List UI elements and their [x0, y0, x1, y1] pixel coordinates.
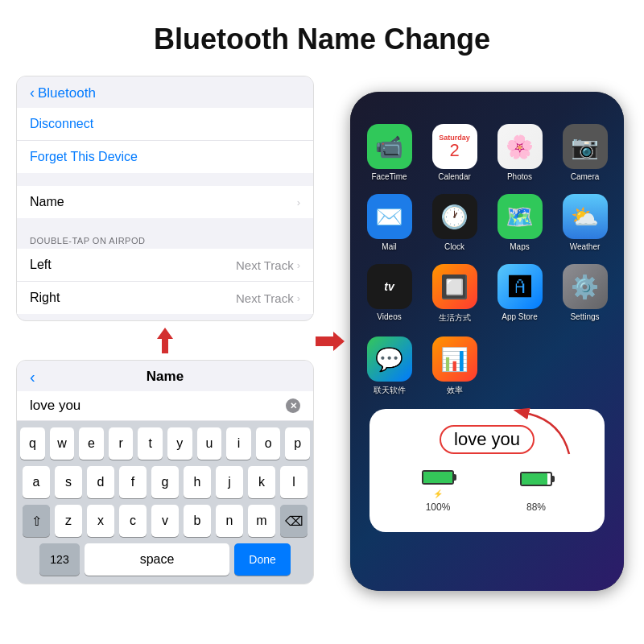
app-misc1[interactable]: 🔲 生活方式: [428, 264, 481, 324]
key-space[interactable]: space: [85, 543, 229, 576]
key-s[interactable]: s: [55, 466, 82, 498]
settings-label: Settings: [570, 312, 599, 321]
app-weather[interactable]: ⛅ Weather: [559, 194, 611, 251]
right-row[interactable]: Right Next Track ›: [17, 282, 313, 314]
disconnect-label: Disconnect: [30, 117, 93, 131]
right-panel: 📹 FaceTime Saturday 2 Calendar 🌸: [346, 76, 628, 607]
down-arrow-icon: [152, 326, 178, 355]
battery-1-icon: [422, 470, 454, 485]
name-input-text: love you: [30, 398, 80, 414]
left-label: Left: [30, 258, 52, 272]
key-shift[interactable]: ⇧: [23, 505, 50, 537]
right-arrow-icon: [314, 330, 346, 353]
app-calendar[interactable]: Saturday 2 Calendar: [428, 124, 481, 181]
popup-batteries: ⚡ 100% · 88%: [389, 464, 585, 513]
app-clock[interactable]: 🕐 Clock: [428, 194, 481, 251]
page-wrapper: Bluetooth Name Change ‹ Bluetooth Discon…: [0, 0, 644, 607]
key-p[interactable]: p: [285, 427, 310, 460]
key-i[interactable]: i: [226, 427, 251, 460]
key-f[interactable]: f: [119, 466, 147, 498]
efficiency-icon: 📊: [432, 336, 477, 382]
appstore-label: App Store: [502, 312, 537, 321]
key-y[interactable]: y: [167, 427, 192, 460]
misc1-label: 生活方式: [439, 312, 471, 324]
key-b[interactable]: b: [184, 505, 211, 537]
app-efficiency[interactable]: 📊 效率: [428, 336, 481, 396]
key-k[interactable]: k: [248, 466, 275, 498]
name-row[interactable]: Name ›: [17, 186, 313, 218]
left-panel: ‹ Bluetooth Disconnect Forget This Devic…: [16, 76, 314, 607]
app-maps[interactable]: 🗺️ Maps: [493, 194, 546, 251]
key-h[interactable]: h: [184, 466, 211, 498]
clock-icon: 🕐: [432, 194, 477, 239]
key-123[interactable]: 123: [39, 543, 80, 576]
key-delete[interactable]: ⌫: [280, 505, 308, 537]
love-you-container: love you: [389, 425, 585, 454]
key-m[interactable]: m: [248, 505, 275, 537]
chat-icon: 💬: [367, 336, 412, 382]
appstore-icon: 🅰: [497, 264, 543, 309]
name-nav-bar: ‹ Name: [17, 361, 313, 391]
key-j[interactable]: j: [216, 466, 243, 498]
name-back-button[interactable]: ‹: [30, 368, 35, 386]
settings-nav-bar: ‹ Bluetooth: [17, 76, 313, 108]
battery-2-icon: [520, 472, 552, 486]
forget-device-row[interactable]: Forget This Device: [17, 141, 313, 173]
key-v[interactable]: v: [151, 505, 179, 537]
key-q[interactable]: q: [20, 427, 45, 460]
settings-group-double-tap: Left Next Track › Right Next Track ›: [17, 249, 313, 314]
key-g[interactable]: g: [151, 466, 179, 498]
disconnect-row[interactable]: Disconnect: [17, 108, 313, 141]
curved-arrow-icon: [505, 406, 577, 462]
key-w[interactable]: w: [50, 427, 75, 460]
left-chevron-icon: ›: [297, 259, 300, 271]
battery-1-label: 100%: [426, 502, 451, 513]
misc1-icon: 🔲: [432, 264, 477, 309]
app-appletv[interactable]: tv Videos: [363, 264, 415, 324]
keyboard-bottom-row: 123 space Done: [20, 543, 310, 576]
back-chevron-icon: ‹: [30, 85, 35, 101]
key-c[interactable]: c: [119, 505, 147, 537]
app-appstore[interactable]: 🅰 App Store: [493, 264, 546, 324]
facetime-icon: 📹: [367, 124, 412, 169]
key-n[interactable]: n: [216, 505, 243, 537]
double-tap-section-title: DOUBLE-TAP ON AIRPOD: [17, 231, 313, 249]
right-arrow-container: [314, 76, 346, 607]
page-title: Bluetooth Name Change: [0, 0, 644, 76]
maps-icon: 🗺️: [497, 194, 543, 239]
key-u[interactable]: u: [197, 427, 222, 460]
back-button[interactable]: ‹ Bluetooth: [30, 85, 96, 101]
key-o[interactable]: o: [256, 427, 281, 460]
right-value: Next Track ›: [236, 291, 300, 305]
phone-mockup: 📹 FaceTime Saturday 2 Calendar 🌸: [350, 92, 624, 591]
app-chat[interactable]: 💬 联天软件: [363, 336, 415, 396]
keyboard: q w e r t y u i o p a s: [17, 421, 313, 584]
name-nav-title: Name: [147, 369, 184, 385]
key-d[interactable]: d: [87, 466, 114, 498]
app-facetime[interactable]: 📹 FaceTime: [363, 124, 415, 181]
key-a[interactable]: a: [23, 466, 50, 498]
name-label: Name: [30, 195, 64, 209]
battery-1-fill: [423, 472, 452, 483]
key-done[interactable]: Done: [234, 543, 291, 576]
appletv-label: Videos: [377, 312, 401, 321]
content-area: ‹ Bluetooth Disconnect Forget This Devic…: [0, 76, 644, 607]
key-t[interactable]: t: [138, 427, 163, 460]
clear-input-button[interactable]: ✕: [286, 398, 300, 413]
key-z[interactable]: z: [55, 505, 82, 537]
keyboard-row-3: ⇧ z x c v b n m ⌫: [20, 505, 310, 537]
name-input-area[interactable]: love you ✕: [17, 391, 313, 421]
forget-device-label: Forget This Device: [30, 150, 138, 164]
battery-1: ⚡ 100%: [422, 470, 454, 513]
app-photos[interactable]: 🌸 Photos: [493, 124, 546, 181]
key-r[interactable]: r: [109, 427, 134, 460]
key-x[interactable]: x: [87, 505, 114, 537]
app-camera[interactable]: 📷 Camera: [559, 124, 611, 181]
app-mail[interactable]: ✉️ Mail: [363, 194, 415, 251]
key-l[interactable]: l: [280, 466, 308, 498]
phone-screen: 📹 FaceTime Saturday 2 Calendar 🌸: [350, 92, 624, 591]
key-e[interactable]: e: [79, 427, 104, 460]
left-row[interactable]: Left Next Track ›: [17, 249, 313, 282]
camera-icon: 📷: [563, 124, 608, 169]
app-settings[interactable]: ⚙️ Settings: [559, 264, 611, 324]
